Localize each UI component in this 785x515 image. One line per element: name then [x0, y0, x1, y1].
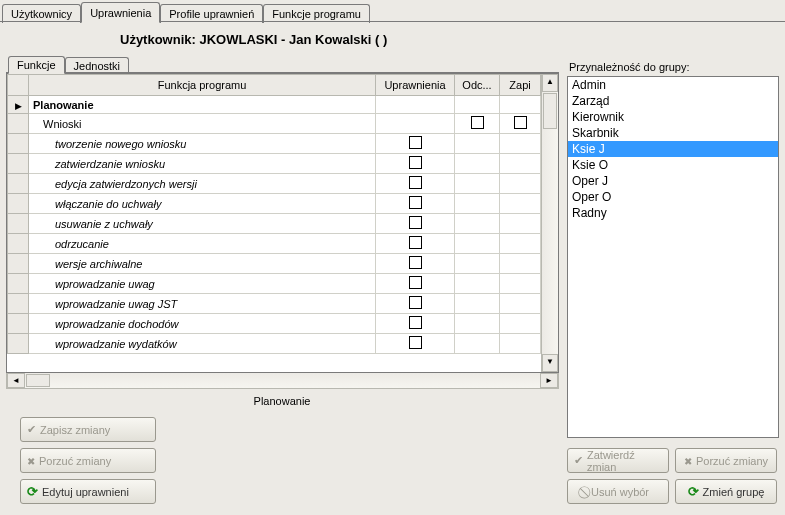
group-item[interactable]: Radny	[568, 205, 778, 221]
table-row[interactable]: Planowanie	[8, 96, 541, 114]
checkbox[interactable]	[409, 336, 422, 349]
checkbox[interactable]	[409, 156, 422, 169]
function-cell: Planowanie	[29, 96, 376, 114]
discard2-label: Porzuć zmiany	[696, 455, 768, 467]
odc-cell	[455, 254, 500, 274]
table-row[interactable]: edycja zatwierdzonych wersji	[8, 174, 541, 194]
vertical-scrollbar[interactable]: ▲ ▼	[541, 74, 558, 372]
table-row[interactable]: zatwierdzanie wniosku	[8, 154, 541, 174]
clear-selection-button[interactable]: Usuń wybór	[567, 479, 669, 504]
check-icon	[27, 423, 36, 436]
group-item[interactable]: Ksie J	[568, 141, 778, 157]
tab-inner-functions[interactable]: Funkcje	[8, 56, 65, 74]
group-item[interactable]: Zarząd	[568, 93, 778, 109]
permissions-grid[interactable]: Funkcja programu Uprawnienia Odc... Zapi…	[6, 73, 559, 373]
table-row[interactable]: tworzenie nowego wniosku	[8, 134, 541, 154]
checkbox[interactable]	[409, 276, 422, 289]
col-permissions[interactable]: Uprawnienia	[376, 75, 455, 96]
checkbox[interactable]	[514, 116, 527, 129]
table-row[interactable]: Wnioski	[8, 114, 541, 134]
save-button[interactable]: Zapisz zmiany	[20, 417, 156, 442]
group-item[interactable]: Oper J	[568, 173, 778, 189]
checkbox[interactable]	[409, 316, 422, 329]
horizontal-scrollbar[interactable]: ◄ ►	[6, 373, 559, 389]
row-marker	[8, 274, 29, 294]
zapi-cell	[500, 194, 541, 214]
table-row[interactable]: odrzucanie	[8, 234, 541, 254]
x-icon	[27, 455, 35, 467]
group-item[interactable]: Kierownik	[568, 109, 778, 125]
checkbox[interactable]	[409, 196, 422, 209]
group-item[interactable]: Skarbnik	[568, 125, 778, 141]
discard-changes-button[interactable]: Porzuć zmiany	[675, 448, 777, 473]
group-item[interactable]: Oper O	[568, 189, 778, 205]
table-row[interactable]: włączanie do uchwały	[8, 194, 541, 214]
group-item[interactable]: Admin	[568, 77, 778, 93]
odc-cell	[455, 174, 500, 194]
perm-cell[interactable]	[376, 134, 455, 154]
checkbox[interactable]	[409, 296, 422, 309]
group-membership-label: Przynależność do grupy:	[567, 55, 779, 76]
row-marker	[8, 114, 29, 134]
odc-cell	[455, 194, 500, 214]
row-marker	[8, 134, 29, 154]
perm-cell[interactable]	[376, 314, 455, 334]
zapi-cell	[500, 314, 541, 334]
checkbox[interactable]	[409, 236, 422, 249]
perm-cell	[376, 114, 455, 134]
col-function[interactable]: Funkcja programu	[29, 75, 376, 96]
scroll-thumb[interactable]	[543, 93, 557, 129]
table-row[interactable]: wprowadzanie uwag JST	[8, 294, 541, 314]
checkbox[interactable]	[409, 256, 422, 269]
zapi-cell	[500, 96, 541, 114]
perm-cell[interactable]	[376, 334, 455, 354]
row-marker	[8, 96, 29, 114]
checkbox[interactable]	[471, 116, 484, 129]
group-list[interactable]: AdminZarządKierownikSkarbnikKsie JKsie O…	[567, 76, 779, 438]
zapi-cell	[500, 214, 541, 234]
discard-button[interactable]: Porzuć zmiany	[20, 448, 156, 473]
change-group-button[interactable]: Zmień grupę	[675, 479, 777, 504]
row-marker	[8, 214, 29, 234]
scroll-left-icon[interactable]: ◄	[7, 373, 25, 388]
perm-cell[interactable]	[376, 274, 455, 294]
checkbox[interactable]	[409, 176, 422, 189]
row-marker	[8, 154, 29, 174]
perm-cell	[376, 96, 455, 114]
odc-cell[interactable]	[455, 114, 500, 134]
col-zapi[interactable]: Zapi	[500, 75, 541, 96]
perm-cell[interactable]	[376, 174, 455, 194]
hscroll-thumb[interactable]	[26, 374, 50, 387]
function-cell: włączanie do uchwały	[29, 194, 376, 214]
group-item[interactable]: Ksie O	[568, 157, 778, 173]
table-row[interactable]: wprowadzanie wydatków	[8, 334, 541, 354]
table-row[interactable]: wprowadzanie dochodów	[8, 314, 541, 334]
perm-cell[interactable]	[376, 254, 455, 274]
perm-cell[interactable]	[376, 214, 455, 234]
function-cell: tworzenie nowego wniosku	[29, 134, 376, 154]
scroll-right-icon[interactable]: ►	[540, 373, 558, 388]
table-row[interactable]: wersje archiwalne	[8, 254, 541, 274]
save-button-label: Zapisz zmiany	[40, 424, 110, 436]
confirm-label: Zatwierdź zmian	[587, 449, 662, 473]
zapi-cell[interactable]	[500, 114, 541, 134]
zapi-cell	[500, 334, 541, 354]
col-odc[interactable]: Odc...	[455, 75, 500, 96]
zapi-cell	[500, 294, 541, 314]
clear-label: Usuń wybór	[591, 486, 649, 498]
perm-cell[interactable]	[376, 234, 455, 254]
scroll-down-icon[interactable]: ▼	[542, 354, 558, 372]
checkbox[interactable]	[409, 216, 422, 229]
perm-cell[interactable]	[376, 154, 455, 174]
perm-cell[interactable]	[376, 194, 455, 214]
table-row[interactable]: wprowadzanie uwag	[8, 274, 541, 294]
tab-permissions[interactable]: Uprawnienia	[81, 2, 160, 23]
confirm-changes-button[interactable]: Zatwierdź zmian	[567, 448, 669, 473]
zapi-cell	[500, 174, 541, 194]
table-row[interactable]: usuwanie z uchwały	[8, 214, 541, 234]
scroll-up-icon[interactable]: ▲	[542, 74, 558, 92]
edit-button-label: Edytuj uprawnieni	[42, 486, 129, 498]
checkbox[interactable]	[409, 136, 422, 149]
edit-permissions-button[interactable]: Edytuj uprawnieni	[20, 479, 156, 504]
perm-cell[interactable]	[376, 294, 455, 314]
